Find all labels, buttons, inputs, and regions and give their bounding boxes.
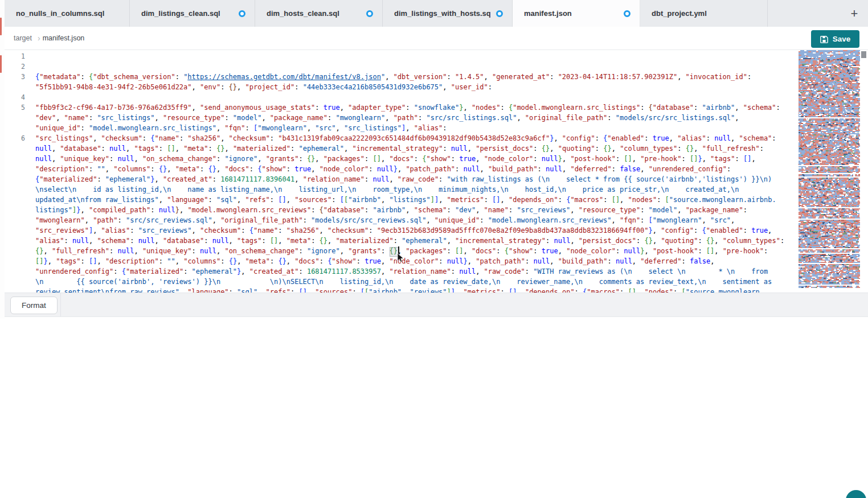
code-row[interactable]: {"materialized": "ephemeral"}, "created_… [0, 174, 799, 184]
editor-action-bar: Format [5, 293, 868, 317]
tab-dim_listings_clean.sql[interactable]: dim_listings_clean.sql [130, 0, 255, 27]
tab-label: dim_listings_clean.sql [141, 9, 233, 18]
format-button[interactable]: Format [10, 297, 58, 314]
new-tab-button[interactable]: + [844, 0, 865, 27]
tab-label: no_nulls_in_columns.sql [16, 9, 120, 18]
scrollbar-thumb[interactable] [861, 51, 866, 58]
tab-dim_hosts_clean.sql[interactable]: dim_hosts_clean.sql [255, 0, 383, 27]
code-row[interactable]: "mwonglearn", "path": "src/src_reviews.s… [0, 215, 799, 225]
code-row[interactable]: updated_at\nfrom raw_listings", "languag… [0, 195, 799, 205]
tab-label: manifest.json [524, 9, 618, 18]
ide-window: no_nulls_in_columns.sqldim_listings_clea… [0, 0, 868, 498]
code-row[interactable]: "description": "", "columns": {}, "meta"… [0, 164, 799, 174]
code-row[interactable]: "src_reviews"], "alias": "src_reviews", … [0, 225, 799, 236]
code-row[interactable]: \n {{ source('airbnb', 'reviews') }}\n \… [0, 277, 799, 287]
tab-dbt_project.yml[interactable]: dbt_project.yml [640, 0, 768, 27]
save-button[interactable]: Save [811, 30, 859, 48]
code-row[interactable]: "unrendered_config": {"materialized": "e… [0, 266, 799, 277]
unsaved-dot-icon [624, 10, 630, 17]
tab-bar: no_nulls_in_columns.sqldim_listings_clea… [5, 0, 868, 27]
tab-no_nulls_in_columns.sql[interactable]: no_nulls_in_columns.sql [5, 0, 130, 27]
code-row[interactable]: "dev", "name": "src_listings", "resource… [0, 113, 799, 123]
editor-scrollbar [860, 50, 868, 290]
panel-edge-marker [0, 55, 2, 73]
code-row[interactable]: 2 [0, 61, 799, 72]
tab-label: dbt_project.yml [652, 9, 758, 18]
code-row[interactable]: "unique_id": "model.mwonglearn.src_listi… [0, 123, 799, 133]
code-row[interactable]: null, "database": null, "tags": [], "met… [0, 143, 799, 154]
chevron-right-icon: › [38, 34, 40, 43]
save-button-label: Save [833, 35, 851, 43]
collapsed-panel-edge [0, 0, 5, 319]
code-row[interactable]: 5"fbb9f3c2-cf96-4a17-b736-976a62d35ff9",… [0, 102, 799, 113]
unsaved-dot-icon [496, 10, 503, 17]
format-button-label: Format [22, 301, 46, 310]
code-row[interactable]: null, "unique_key": null, "on_schema_cha… [0, 154, 799, 164]
tab-label: dim_listings_with_hosts.sql [394, 9, 490, 18]
panel-divider [60, 293, 61, 316]
tab-manifest.json[interactable]: manifest.json [513, 0, 640, 27]
code-row[interactable]: 3{"metadata": {"dbt_schema_version": "ht… [0, 72, 799, 82]
code-row[interactable]: 1 [0, 51, 799, 61]
mouse-pointer-icon [397, 253, 404, 263]
breadcrumb-bar: target › manifest.json Save [5, 27, 868, 50]
console-pane [0, 317, 868, 498]
code-row[interactable]: \nselect\n id as listing_id,\n name as l… [0, 184, 799, 195]
code-editor: 123{"metadata": {"dbt_schema_version": "… [0, 50, 868, 293]
minimap[interactable] [799, 50, 860, 290]
code-row[interactable]: 6"src_listings", "checksum": {"name": "s… [0, 133, 799, 143]
code-row[interactable]: listings"]}, "compiled_path": null}, "mo… [0, 205, 799, 215]
code-row[interactable]: "alias": null, "schema": null, "database… [0, 236, 799, 246]
unsaved-dot-icon [239, 10, 245, 17]
tab-dim_listings_with_hosts.sql[interactable]: dim_listings_with_hosts.sql [383, 0, 513, 27]
code-row[interactable]: 4 [0, 92, 799, 102]
tab-label: dim_hosts_clean.sql [267, 9, 361, 18]
breadcrumb-file: manifest.json [43, 34, 85, 42]
unsaved-dot-icon [366, 10, 373, 17]
save-icon [820, 35, 828, 43]
code-row[interactable]: "5f51bb91-94b8-4e31-94f2-26b5e061d22a", … [0, 82, 799, 92]
code-row[interactable]: review_sentiment\nfrom raw_reviews", "la… [0, 287, 799, 293]
breadcrumb-folder[interactable]: target [14, 34, 32, 42]
plus-icon: + [851, 7, 858, 20]
panel-edge-marker [0, 18, 2, 35]
